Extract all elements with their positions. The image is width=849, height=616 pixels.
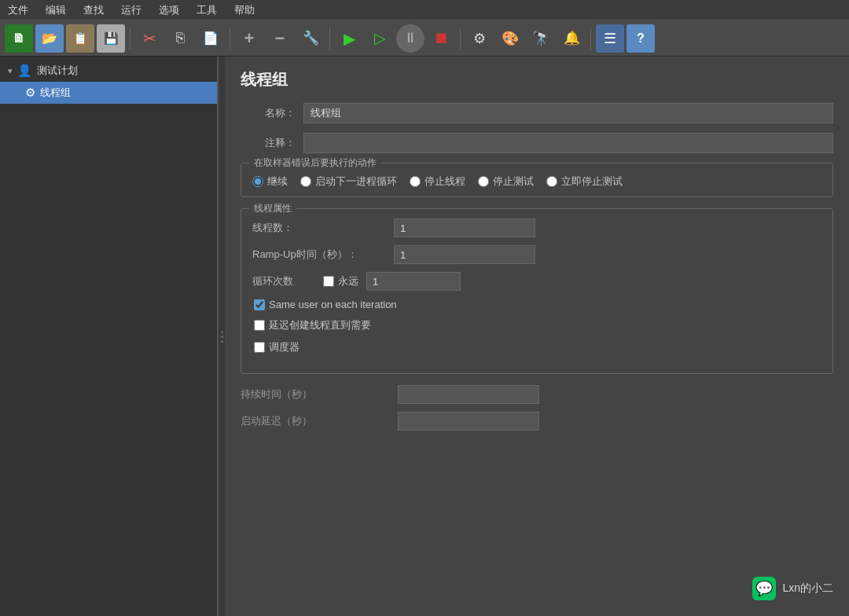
menu-run[interactable]: 运行 [118, 2, 145, 19]
name-input[interactable] [303, 103, 833, 123]
rampup-label: Ramp-Up时间（秒）： [252, 248, 394, 262]
duration-input[interactable] [398, 385, 539, 404]
toolbar-separator-1 [130, 28, 130, 50]
radio-next-loop[interactable]: 启动下一进程循环 [300, 174, 397, 189]
scheduler-checkbox-label[interactable]: 调度器 [254, 340, 300, 354]
delay-create-label: 延迟创建线程直到需要 [269, 318, 371, 332]
duration-row: 持续时间（秒） [241, 385, 833, 404]
forever-checkbox-label[interactable]: 永远 [323, 274, 358, 288]
binoculars-button[interactable]: 🔭 [527, 24, 555, 53]
save-button[interactable]: 💾 [97, 24, 125, 53]
play-button[interactable]: ▶ [335, 24, 363, 53]
radio-stop-test-label: 停止测试 [493, 174, 534, 189]
comments-input[interactable] [303, 133, 833, 153]
main-layout: ▾ 👤 测试计划 ⚙ 线程组 线程组 名称： 注释： 在取样器错误 [0, 57, 849, 616]
same-user-checkbox[interactable] [254, 299, 265, 310]
same-user-row: Same user on each iteration [252, 299, 821, 310]
delay-create-checkbox-label[interactable]: 延迟创建线程直到需要 [254, 318, 371, 332]
thread-count-label: 线程数： [252, 221, 394, 235]
drag-dot-3 [221, 340, 223, 343]
chevron-down-icon: ▾ [8, 66, 13, 76]
menu-bar: 文件 编辑 查找 运行 选项 工具 帮助 [0, 0, 849, 20]
sidebar: ▾ 👤 测试计划 ⚙ 线程组 [0, 57, 219, 616]
new-file-button[interactable]: 🗎 [5, 24, 33, 53]
radio-continue-input[interactable] [252, 176, 263, 187]
drag-dot-1 [221, 331, 223, 333]
loop-row: 循环次数 永远 [252, 272, 821, 291]
duration-label: 持续时间（秒） [241, 387, 398, 402]
toolbar-separator-4 [460, 28, 461, 50]
play-outline-button[interactable]: ▷ [366, 24, 394, 53]
sampler-error-section: 在取样器错误后要执行的动作 继续 启动下一进程循环 停止线程 停止测试 [241, 163, 833, 197]
same-user-checkbox-label[interactable]: Same user on each iteration [254, 299, 397, 310]
delay-create-checkbox[interactable] [254, 320, 265, 331]
comments-label: 注释： [241, 136, 303, 150]
sampler-error-title: 在取样器错误后要执行的动作 [249, 156, 381, 170]
help-button[interactable]: ? [627, 24, 655, 53]
radio-stop-now-label: 立即停止测试 [561, 174, 623, 189]
radio-stop-now-input[interactable] [546, 176, 557, 187]
name-label: 名称： [241, 106, 303, 120]
copy-button[interactable]: ⎘ [166, 24, 194, 53]
radio-next-loop-label: 启动下一进程循环 [315, 174, 397, 189]
cut-button[interactable]: ✂ [135, 24, 164, 53]
sidebar-item-test-plan[interactable]: ▾ 👤 测试计划 [0, 60, 217, 82]
startup-delay-input[interactable] [398, 412, 539, 431]
rampup-input[interactable] [394, 245, 535, 264]
error-action-radio-group: 继续 启动下一进程循环 停止线程 停止测试 立即停止测试 [252, 171, 821, 189]
palette-button[interactable]: 🎨 [496, 24, 524, 53]
drag-dot-2 [221, 336, 223, 338]
watermark-text: Lxn的小二 [782, 581, 833, 596]
radio-next-loop-input[interactable] [300, 176, 311, 187]
loop-count-input[interactable] [366, 272, 461, 291]
sidebar-item-test-plan-label: 测试计划 [37, 64, 78, 78]
radio-continue[interactable]: 继续 [252, 174, 288, 189]
menu-edit[interactable]: 编辑 [42, 2, 69, 19]
forever-checkbox[interactable] [323, 276, 334, 287]
radio-stop-test-input[interactable] [478, 176, 489, 187]
thread-props-title: 线程属性 [249, 202, 296, 215]
menu-file[interactable]: 文件 [5, 2, 31, 19]
menu-options[interactable]: 选项 [156, 2, 182, 19]
template-button[interactable]: 📋 [66, 24, 94, 53]
remove-button[interactable]: − [266, 24, 294, 53]
name-row: 名称： [241, 103, 833, 123]
comments-row: 注释： [241, 133, 833, 153]
toolbar: 🗎 📂 📋 💾 ✂ ⎘ 📄 + − 🔧 ▶ ▷ ⏸ ⏹ ⚙ 🎨 🔭 🔔 ☰ ? [0, 20, 849, 57]
scheduler-label: 调度器 [269, 340, 300, 354]
delay-create-row: 延迟创建线程直到需要 [252, 318, 821, 332]
same-user-label: Same user on each iteration [269, 299, 397, 310]
menu-tools[interactable]: 工具 [193, 2, 220, 19]
forever-label: 永远 [338, 274, 358, 288]
menu-find[interactable]: 查找 [80, 2, 107, 19]
open-button[interactable]: 📂 [35, 24, 64, 53]
stop-button[interactable]: ⏹ [427, 24, 455, 53]
startup-delay-label: 启动延迟（秒） [241, 414, 398, 428]
person-icon: 👤 [17, 64, 32, 78]
radio-stop-thread[interactable]: 停止线程 [410, 174, 465, 189]
wrench-button[interactable]: 🔧 [296, 24, 325, 53]
toolbar-separator-2 [230, 28, 230, 50]
radio-stop-test[interactable]: 停止测试 [478, 174, 534, 189]
thread-count-row: 线程数： [252, 218, 821, 237]
watermark: 💬 Lxn的小二 [752, 577, 833, 600]
content-panel: 线程组 名称： 注释： 在取样器错误后要执行的动作 继续 启动下一进程循环 [225, 57, 849, 616]
rampup-row: Ramp-Up时间（秒）： [252, 245, 821, 264]
paste-button[interactable]: 📄 [197, 24, 225, 53]
scheduler-checkbox[interactable] [254, 342, 265, 353]
sidebar-item-thread-group[interactable]: ⚙ 线程组 [0, 82, 217, 104]
wechat-icon: 💬 [752, 577, 776, 600]
radio-continue-label: 继续 [267, 174, 288, 189]
bell-button[interactable]: 🔔 [557, 24, 586, 53]
resize-handle[interactable] [219, 57, 225, 616]
thread-count-input[interactable] [394, 218, 535, 237]
pause-button[interactable]: ⏸ [396, 24, 424, 53]
radio-stop-now[interactable]: 立即停止测试 [546, 174, 623, 189]
radio-stop-thread-input[interactable] [410, 176, 421, 187]
add-button[interactable]: + [235, 24, 263, 53]
page-title: 线程组 [241, 69, 833, 90]
settings-button[interactable]: ⚙ [465, 24, 494, 53]
list-button[interactable]: ☰ [596, 24, 624, 53]
menu-help[interactable]: 帮助 [231, 2, 258, 19]
sidebar-item-thread-group-label: 线程组 [40, 86, 71, 100]
